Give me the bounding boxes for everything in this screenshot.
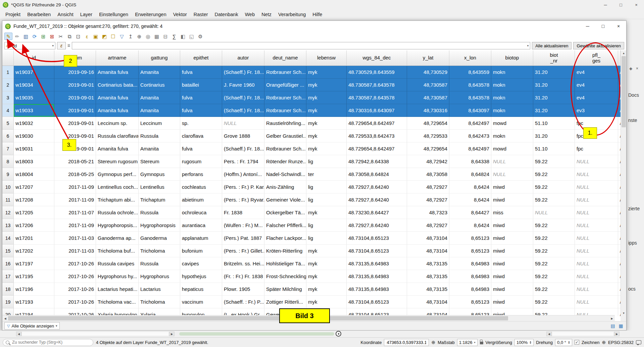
cell-biot-nr[interactable]: NULL [533,206,575,219]
cell-y-lat[interactable]: 48,72927 [407,181,449,193]
cell-pfl-ges[interactable]: NULL [575,181,618,193]
feature-filter-button[interactable]: ▽ Alle Objekte anzeigen ▾ [4,322,60,330]
cell-gattung[interactable]: Amanita [139,66,180,79]
row-number[interactable]: 1 [2,66,14,79]
row-number[interactable]: 9 [2,168,14,181]
cell-artname[interactable]: Gymnopus perf... [96,168,139,181]
cell-biot-nr[interactable]: 31.20 [533,66,575,79]
cell-biotop[interactable]: miss [491,206,533,219]
cell-artname[interactable]: Amanita fulva [96,91,139,104]
cell-autor[interactable]: (Schaeff.) Fr. 18... [222,104,264,117]
spinner-arrows-icon[interactable]: ▲▼ [529,341,532,344]
cell-epithet[interactable]: perforans [180,168,222,181]
cell-biot-nr[interactable]: 59.22 [533,257,575,270]
cell-epithet[interactable]: fulva [180,142,222,155]
cell-id[interactable]: w17202 [14,245,54,257]
cell-deut-name[interactable]: Rotbrauner Sch... [264,91,306,104]
row-number[interactable]: 13 [2,219,14,232]
rotation-spinbox[interactable]: 0,0 ° ▲▼ [555,339,572,346]
cell-autor[interactable]: (Wulfen : Fr.) M... [222,219,264,232]
cell-biot-nr[interactable]: 59.22 [533,270,575,283]
cell-y-lat[interactable]: 48,729654 [407,142,449,155]
cell-deut-name[interactable]: Frost-Schneckling [264,270,306,283]
cell-wgs-84-dec[interactable]: 48.729654,8.642497 [347,117,407,130]
zoom-to-selection-button[interactable]: ◎ [144,33,152,40]
cell-gattung[interactable]: Leccinum [139,117,180,130]
copy-features-button[interactable]: ⧉ [65,33,73,40]
attr-maximize-button[interactable]: □ [595,21,611,32]
cell-gattung[interactable]: Trichaptum [139,193,180,206]
cell-autor[interactable]: (Fr. : Fr.) Fr. 1838 [222,270,264,283]
cell-x-lon[interactable]: 8,65123 [449,245,491,257]
cell-deut-name[interactable]: Falscher Pfifferli... [264,219,306,232]
column-header-deut-name[interactable]: deut_name [264,50,306,66]
cell-gattung[interactable]: Hygrophorus [139,270,180,283]
cell-datum[interactable]: 2019-09-01 [54,91,96,104]
cell-deut-name[interactable]: Orangefüßiger ... [264,79,306,91]
cell-pfl-ges[interactable]: NULL [575,168,618,181]
cell-epithet[interactable]: hypothejus [180,270,222,283]
cell-epithet[interactable]: claroflava [180,130,222,142]
vertical-scrollbar[interactable]: ▲ ▼ [621,50,626,316]
cell-id[interactable]: w18003 [14,155,54,168]
cell-biot-nr[interactable]: 31.20 [533,79,575,91]
crs-value[interactable]: EPSG:25832 [608,340,634,345]
cut-features-button[interactable]: ✂ [57,33,65,40]
cell-x-lon[interactable]: 8,64824 [449,168,491,181]
cell-epithet[interactable]: abietinum [180,193,222,206]
cell-biot-nr[interactable]: 59.22 [533,219,575,232]
cell-wgs-84-dec[interactable]: 48.73230,8.64427 [347,206,407,219]
cell-x-lon[interactable]: 8,643578 [449,91,491,104]
cell-epithet[interactable]: ochroleuca [180,206,222,219]
cell-wgs-84-dec[interactable]: 48.73104,8.65123 [347,296,407,308]
row-number[interactable]: 18 [2,283,14,296]
column-header-biot-nr[interactable]: biot _nr [533,50,575,66]
row-number[interactable]: 3 [2,91,14,104]
menu-bearbeiten[interactable]: Bearbeiten [24,11,54,18]
cell-lebensw[interactable]: lig [306,155,347,168]
cell-biotop[interactable]: mokn [491,79,533,91]
invert-selection-button[interactable]: ◩ [100,33,108,40]
cell-artname[interactable]: Tricholoma vac... [96,296,139,308]
cell-epithet[interactable]: rugosum [180,155,222,168]
cell-biot-nr[interactable]: 59.22 [533,296,575,308]
cell-autor[interactable]: (Pers.) Pat. 1887 [222,232,264,245]
cell-datum[interactable]: 2017-10-26 [54,257,96,270]
cell-id[interactable]: w17195 [14,270,54,283]
cell-biot-nr[interactable]: 59.22 [533,155,575,168]
cell-artname[interactable]: Amanita fulva [96,104,139,117]
cell-deut-name[interactable]: Gelber Graustiel... [264,130,306,142]
cell-lebensw[interactable]: lig [306,193,347,206]
cell-y-lat[interactable]: 48,729654 [407,117,449,130]
cell-biotop[interactable]: mokn [491,104,533,117]
cell-lebensw[interactable]: myk [306,79,347,91]
cell-deut-name[interactable]: Ockergelber Tä... [264,206,306,219]
cell-datum[interactable]: 2019-09-01 [54,104,96,117]
cell-artname[interactable]: Cortinarius bata... [96,79,139,91]
menu-netz[interactable]: Netz [258,11,275,18]
cell-epithet[interactable]: cochleatus [180,181,222,193]
cell-biotop[interactable]: mokn [491,66,533,79]
form-view-button[interactable]: ▤ [609,322,616,329]
cell-y-lat[interactable]: 48,73104 [407,245,449,257]
cell-biotop[interactable]: miwd [491,245,533,257]
cell-id[interactable]: w17205 [14,206,54,219]
cell-deut-name[interactable]: Später Milchling [264,283,306,296]
cell-id[interactable]: w17193 [14,296,54,308]
cell-id[interactable]: w19033 [14,104,54,117]
cell-epithet[interactable]: vaccinum [180,296,222,308]
column-header-biotop[interactable]: biotop [491,50,533,66]
cell-id[interactable]: w19030 [14,130,54,142]
cell-gattung[interactable]: Tricholoma [139,296,180,308]
cell-epithet[interactable]: fulva [180,104,222,117]
row-number[interactable]: 6 [2,130,14,142]
cell-deut-name[interactable]: Anis-Zähling [264,181,306,193]
cell-y-lat[interactable]: 48,72942 [407,155,449,168]
cell-id[interactable]: w19034 [14,79,54,91]
row-number[interactable]: 10 [2,181,14,193]
cell-y-lat[interactable]: 48,73058 [407,168,449,181]
column-header-wgs-84-dec[interactable]: wgs_84_dec [347,50,407,66]
cell-datum[interactable]: 2019-09-01 [54,117,96,130]
cell-epithet[interactable]: aurantiaca [180,219,222,232]
cell-y-lat[interactable]: 48,730587 [407,79,449,91]
